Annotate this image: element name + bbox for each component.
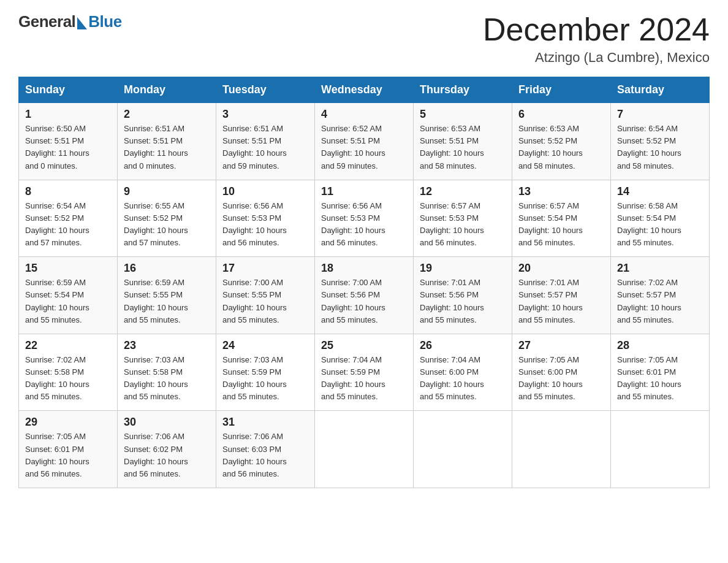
day-cell: 5Sunrise: 6:53 AMSunset: 5:51 PMDaylight… <box>414 103 512 180</box>
day-number: 8 <box>25 185 111 198</box>
day-number: 5 <box>420 108 506 121</box>
calendar-header-row: SundayMondayTuesdayWednesdayThursdayFrid… <box>19 77 710 103</box>
day-info: Sunrise: 7:06 AMSunset: 6:02 PMDaylight:… <box>124 431 210 480</box>
day-cell: 9Sunrise: 6:55 AMSunset: 5:52 PMDaylight… <box>118 180 216 257</box>
day-info: Sunrise: 6:50 AMSunset: 5:51 PMDaylight:… <box>25 123 111 172</box>
day-cell: 27Sunrise: 7:05 AMSunset: 6:00 PMDayligh… <box>512 334 611 411</box>
day-cell: 12Sunrise: 6:57 AMSunset: 5:53 PMDayligh… <box>414 180 512 257</box>
day-info: Sunrise: 6:53 AMSunset: 5:52 PMDaylight:… <box>518 123 604 172</box>
day-info: Sunrise: 6:56 AMSunset: 5:53 PMDaylight:… <box>222 200 308 250</box>
day-number: 13 <box>518 185 604 198</box>
header-friday: Friday <box>512 77 611 103</box>
title-block: December 2024 Atzingo (La Cumbre), Mexic… <box>483 12 710 66</box>
day-cell: 3Sunrise: 6:51 AMSunset: 5:51 PMDaylight… <box>216 103 315 180</box>
day-cell: 31Sunrise: 7:06 AMSunset: 6:03 PMDayligh… <box>216 411 315 488</box>
day-info: Sunrise: 7:04 AMSunset: 5:59 PMDaylight:… <box>321 354 407 404</box>
day-number: 6 <box>518 108 604 121</box>
day-cell: 1Sunrise: 6:50 AMSunset: 5:51 PMDaylight… <box>19 103 118 180</box>
day-cell: 21Sunrise: 7:02 AMSunset: 5:57 PMDayligh… <box>611 257 710 334</box>
logo-blue-text: Blue <box>88 12 121 31</box>
day-number: 27 <box>518 339 604 352</box>
calendar-table: SundayMondayTuesdayWednesdayThursdayFrid… <box>18 77 710 488</box>
day-info: Sunrise: 7:02 AMSunset: 5:57 PMDaylight:… <box>617 277 703 326</box>
day-cell: 17Sunrise: 7:00 AMSunset: 5:55 PMDayligh… <box>216 257 315 334</box>
day-number: 1 <box>25 108 111 121</box>
day-number: 3 <box>222 108 308 121</box>
day-cell: 15Sunrise: 6:59 AMSunset: 5:54 PMDayligh… <box>19 257 118 334</box>
logo-general-text: General <box>18 12 75 31</box>
day-number: 21 <box>617 262 703 275</box>
day-cell <box>611 411 710 488</box>
day-number: 17 <box>222 262 308 275</box>
day-number: 2 <box>124 108 210 121</box>
day-number: 25 <box>321 339 407 352</box>
day-info: Sunrise: 7:05 AMSunset: 6:00 PMDaylight:… <box>518 354 604 404</box>
week-row-2: 8Sunrise: 6:54 AMSunset: 5:52 PMDaylight… <box>19 180 710 257</box>
day-cell: 7Sunrise: 6:54 AMSunset: 5:52 PMDaylight… <box>611 103 710 180</box>
day-cell: 24Sunrise: 7:03 AMSunset: 5:59 PMDayligh… <box>216 334 315 411</box>
day-info: Sunrise: 6:58 AMSunset: 5:54 PMDaylight:… <box>617 200 703 250</box>
day-number: 22 <box>25 339 111 352</box>
day-number: 24 <box>222 339 308 352</box>
day-info: Sunrise: 6:57 AMSunset: 5:54 PMDaylight:… <box>518 200 604 250</box>
day-cell: 16Sunrise: 6:59 AMSunset: 5:55 PMDayligh… <box>118 257 216 334</box>
day-info: Sunrise: 7:03 AMSunset: 5:58 PMDaylight:… <box>124 354 210 404</box>
week-row-5: 29Sunrise: 7:05 AMSunset: 6:01 PMDayligh… <box>19 411 710 488</box>
week-row-4: 22Sunrise: 7:02 AMSunset: 5:58 PMDayligh… <box>19 334 710 411</box>
day-cell: 11Sunrise: 6:56 AMSunset: 5:53 PMDayligh… <box>315 180 414 257</box>
day-number: 19 <box>420 262 506 275</box>
day-number: 7 <box>617 108 703 121</box>
day-info: Sunrise: 7:00 AMSunset: 5:55 PMDaylight:… <box>222 277 308 326</box>
day-cell: 2Sunrise: 6:51 AMSunset: 5:51 PMDaylight… <box>118 103 216 180</box>
day-info: Sunrise: 6:51 AMSunset: 5:51 PMDaylight:… <box>124 123 210 172</box>
day-number: 26 <box>420 339 506 352</box>
day-info: Sunrise: 6:56 AMSunset: 5:53 PMDaylight:… <box>321 200 407 250</box>
day-info: Sunrise: 6:54 AMSunset: 5:52 PMDaylight:… <box>617 123 703 172</box>
header-wednesday: Wednesday <box>315 77 414 103</box>
day-cell: 23Sunrise: 7:03 AMSunset: 5:58 PMDayligh… <box>118 334 216 411</box>
day-cell <box>414 411 512 488</box>
day-info: Sunrise: 7:00 AMSunset: 5:56 PMDaylight:… <box>321 277 407 326</box>
day-info: Sunrise: 6:52 AMSunset: 5:51 PMDaylight:… <box>321 123 407 172</box>
day-number: 16 <box>124 262 210 275</box>
day-info: Sunrise: 6:59 AMSunset: 5:55 PMDaylight:… <box>124 277 210 326</box>
day-info: Sunrise: 7:05 AMSunset: 6:01 PMDaylight:… <box>25 431 111 480</box>
day-info: Sunrise: 7:05 AMSunset: 6:01 PMDaylight:… <box>617 354 703 404</box>
header-tuesday: Tuesday <box>216 77 315 103</box>
day-number: 11 <box>321 185 407 198</box>
day-info: Sunrise: 7:06 AMSunset: 6:03 PMDaylight:… <box>222 431 308 480</box>
day-number: 29 <box>25 416 111 429</box>
week-row-1: 1Sunrise: 6:50 AMSunset: 5:51 PMDaylight… <box>19 103 710 180</box>
day-cell: 20Sunrise: 7:01 AMSunset: 5:57 PMDayligh… <box>512 257 611 334</box>
day-number: 4 <box>321 108 407 121</box>
day-cell: 13Sunrise: 6:57 AMSunset: 5:54 PMDayligh… <box>512 180 611 257</box>
logo-triangle-icon <box>77 17 87 29</box>
day-info: Sunrise: 7:01 AMSunset: 5:57 PMDaylight:… <box>518 277 604 326</box>
location-title: Atzingo (La Cumbre), Mexico <box>483 50 710 66</box>
day-number: 31 <box>222 416 308 429</box>
logo: General Blue <box>18 12 122 31</box>
day-cell: 14Sunrise: 6:58 AMSunset: 5:54 PMDayligh… <box>611 180 710 257</box>
day-info: Sunrise: 7:03 AMSunset: 5:59 PMDaylight:… <box>222 354 308 404</box>
day-number: 18 <box>321 262 407 275</box>
day-info: Sunrise: 7:04 AMSunset: 6:00 PMDaylight:… <box>420 354 506 404</box>
day-number: 15 <box>25 262 111 275</box>
page-header: General Blue December 2024 Atzingo (La C… <box>18 12 710 66</box>
day-cell <box>512 411 611 488</box>
day-number: 14 <box>617 185 703 198</box>
day-info: Sunrise: 6:59 AMSunset: 5:54 PMDaylight:… <box>25 277 111 326</box>
day-info: Sunrise: 6:54 AMSunset: 5:52 PMDaylight:… <box>25 200 111 250</box>
day-cell: 25Sunrise: 7:04 AMSunset: 5:59 PMDayligh… <box>315 334 414 411</box>
day-number: 20 <box>518 262 604 275</box>
day-cell: 26Sunrise: 7:04 AMSunset: 6:00 PMDayligh… <box>414 334 512 411</box>
day-info: Sunrise: 6:53 AMSunset: 5:51 PMDaylight:… <box>420 123 506 172</box>
day-cell: 18Sunrise: 7:00 AMSunset: 5:56 PMDayligh… <box>315 257 414 334</box>
day-cell: 10Sunrise: 6:56 AMSunset: 5:53 PMDayligh… <box>216 180 315 257</box>
day-number: 30 <box>124 416 210 429</box>
day-info: Sunrise: 6:57 AMSunset: 5:53 PMDaylight:… <box>420 200 506 250</box>
day-cell: 22Sunrise: 7:02 AMSunset: 5:58 PMDayligh… <box>19 334 118 411</box>
day-cell: 28Sunrise: 7:05 AMSunset: 6:01 PMDayligh… <box>611 334 710 411</box>
header-thursday: Thursday <box>414 77 512 103</box>
day-cell: 4Sunrise: 6:52 AMSunset: 5:51 PMDaylight… <box>315 103 414 180</box>
header-saturday: Saturday <box>611 77 710 103</box>
